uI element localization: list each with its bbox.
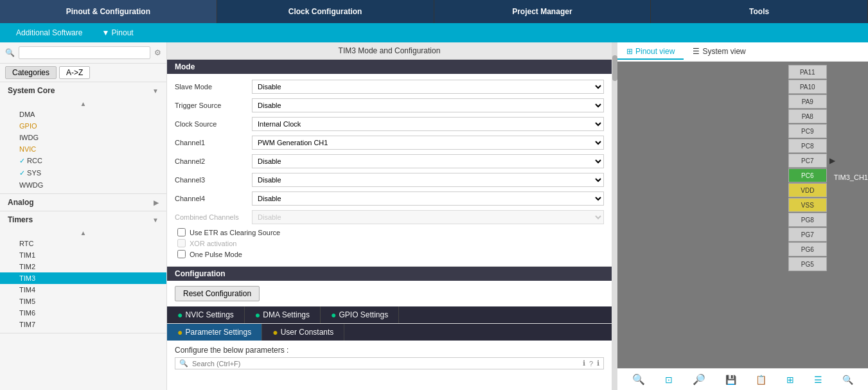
xor-checkbox[interactable] <box>177 239 186 247</box>
pin-pc8[interactable]: PC8 <box>788 139 827 153</box>
main-layout: 🔍 ⚙ Categories A->Z System Core ▼ ▲ DMA <box>0 42 868 390</box>
channel3-select[interactable]: Disable <box>252 173 604 187</box>
sidebar-item-tim4[interactable]: TIM4 <box>0 284 166 296</box>
scroll-up-btn-timers[interactable]: ▲ <box>0 228 166 238</box>
sidebar-item-sys[interactable]: SYS <box>0 167 166 179</box>
grid-icon[interactable]: ⊞ <box>786 375 794 385</box>
section-timers: Timers ▼ ▲ RTC TIM1 TIM2 TIM3 TIM4 TIM5 … <box>0 211 166 333</box>
pin-pa11[interactable]: PA11 <box>788 65 827 79</box>
nav-clock[interactable]: Clock Configuration <box>217 0 434 23</box>
nav-pinout-sub[interactable]: ▼ Pinout <box>92 28 143 37</box>
pin-pg7[interactable]: PG7 <box>788 227 827 242</box>
gear-icon[interactable]: ⚙ <box>154 48 161 57</box>
pin-pg5[interactable]: PG5 <box>788 257 827 271</box>
copy-icon[interactable]: 📋 <box>756 375 766 385</box>
chevron-down-icon-timers: ▼ <box>152 217 159 224</box>
right-panel-header: ⊞ Pinout view ☰ System view <box>617 42 868 62</box>
tab-parameter-settings[interactable]: ● Parameter Settings <box>167 324 262 341</box>
channel2-select[interactable]: Disable <box>252 154 604 168</box>
search-icon-bottom[interactable]: 🔍 <box>842 375 853 385</box>
mode-section-title: Mode <box>167 60 612 74</box>
sidebar-search-input[interactable] <box>19 46 150 59</box>
sidebar-item-rcc[interactable]: RCC <box>0 155 166 167</box>
section-header-system-core[interactable]: System Core ▼ <box>0 82 166 99</box>
pin-pa10[interactable]: PA10 <box>788 80 827 94</box>
info-icon: ℹ <box>583 359 585 368</box>
fit-icon[interactable]: ⊡ <box>665 375 673 385</box>
tab-pinout-view[interactable]: ⊞ Pinout view <box>617 44 684 60</box>
sidebar-tabs: Categories A->Z <box>0 64 166 82</box>
tab-user-constants[interactable]: ● User Constants <box>262 324 344 341</box>
pin-pg6[interactable]: PG6 <box>788 242 827 256</box>
list-icon[interactable]: ☰ <box>814 375 822 385</box>
tab-dma-settings[interactable]: ● DMA Settings <box>245 306 321 323</box>
trigger-source-select[interactable]: Disable <box>252 98 604 112</box>
reset-config-button[interactable]: Reset Configuration <box>175 286 260 301</box>
channel1-row: Channel1 PWM Generation CH1 <box>175 135 604 150</box>
system-view-icon: ☰ <box>693 47 700 56</box>
use-etr-label: Use ETR as Clearing Source <box>190 229 280 236</box>
sidebar-item-gpio[interactable]: GPIO <box>0 120 166 132</box>
right-panel-bottom: 🔍 ⊡ 🔎 💾 📋 ⊞ ☰ 🔍 <box>617 368 868 390</box>
timers-items: RTC TIM1 TIM2 TIM3 TIM4 TIM5 TIM6 TIM7 <box>0 238 166 333</box>
config-search-row: 🔍 ℹ ? ℹ <box>175 357 604 369</box>
config-search-icon: 🔍 <box>179 359 188 368</box>
param-dot-icon: ● <box>177 327 182 337</box>
tab-az[interactable]: A->Z <box>59 66 90 79</box>
sidebar-item-tim3[interactable]: TIM3 <box>0 272 166 284</box>
pin-pc9[interactable]: PC9 <box>788 124 827 138</box>
sidebar-item-iwdg[interactable]: IWDG <box>0 132 166 143</box>
nav-tools[interactable]: Tools <box>651 0 868 23</box>
nav-additional-software[interactable]: Additional Software <box>6 28 92 37</box>
pin-vdd[interactable]: VDD <box>788 183 827 197</box>
second-nav: Additional Software ▼ Pinout <box>0 23 868 42</box>
pinout-area: PA11 PA10 PA9 PA8 PC9 PC8 PC7 ▶ PC6 VDD … <box>617 62 868 368</box>
scroll-up-btn[interactable]: ▲ <box>0 99 166 109</box>
config-search-input[interactable] <box>192 360 579 368</box>
section-header-timers[interactable]: Timers ▼ <box>0 211 166 228</box>
trigger-source-row: Trigger Source Disable <box>175 98 604 113</box>
pin-pg8[interactable]: PG8 <box>788 213 827 227</box>
vertical-scrollbar[interactable] <box>612 42 617 390</box>
search-icon: 🔍 <box>5 48 15 57</box>
sidebar-item-tim6[interactable]: TIM6 <box>0 307 166 319</box>
mode-section: Slave Mode Disable Trigger Source Disabl… <box>167 74 612 267</box>
channel4-select[interactable]: Disable <box>252 191 604 206</box>
sidebar-item-dma[interactable]: DMA <box>0 109 166 120</box>
sidebar-item-wwdg[interactable]: WWDG <box>0 179 166 191</box>
clock-source-select[interactable]: Internal Clock <box>252 117 604 131</box>
sidebar-item-rtc[interactable]: RTC <box>0 238 166 249</box>
sidebar-item-tim1[interactable]: TIM1 <box>0 249 166 261</box>
slave-mode-select[interactable]: Disable <box>252 80 604 94</box>
pin-pa9[interactable]: PA9 <box>788 94 827 109</box>
sidebar-item-tim2[interactable]: TIM2 <box>0 261 166 272</box>
tab-gpio-settings[interactable]: ● GPIO Settings <box>321 306 399 323</box>
tab-nvic-settings[interactable]: ● NVIC Settings <box>167 306 245 323</box>
zoom-out-icon[interactable]: 🔍 <box>632 373 645 386</box>
xor-label: XOR activation <box>190 240 236 247</box>
top-nav: Pinout & Configuration Clock Configurati… <box>0 0 868 23</box>
slave-mode-label: Slave Mode <box>175 83 252 91</box>
pin-vss[interactable]: VSS <box>788 198 827 212</box>
dma-dot-icon: ● <box>255 310 260 320</box>
section-header-analog[interactable]: Analog ▶ <box>0 194 166 211</box>
nav-pinout[interactable]: Pinout & Configuration <box>0 0 217 23</box>
channel1-select[interactable]: PWM Generation CH1 <box>252 136 604 150</box>
use-etr-checkbox[interactable] <box>177 228 186 236</box>
channel2-row: Channel2 Disable <box>175 154 604 169</box>
nav-project[interactable]: Project Manager <box>434 0 651 23</box>
save-icon[interactable]: 💾 <box>725 375 736 385</box>
tab-system-view[interactable]: ☰ System view <box>684 44 754 60</box>
combined-channels-row: Combined Channels Disable <box>175 209 604 225</box>
combined-channels-select[interactable]: Disable <box>252 210 604 224</box>
one-pulse-checkbox[interactable] <box>177 250 186 258</box>
sidebar-item-tim7[interactable]: TIM7 <box>0 319 166 330</box>
sidebar-item-tim5[interactable]: TIM5 <box>0 296 166 307</box>
one-pulse-label: One Pulse Mode <box>190 251 242 258</box>
pin-pc7[interactable]: PC7 ▶ <box>788 154 827 168</box>
pin-pa8[interactable]: PA8 <box>788 109 827 123</box>
zoom-in-icon[interactable]: 🔎 <box>693 373 705 386</box>
sidebar-item-nvic[interactable]: NVIC <box>0 143 166 155</box>
pin-pc6[interactable]: PC6 <box>788 168 827 182</box>
tab-categories[interactable]: Categories <box>5 66 57 79</box>
